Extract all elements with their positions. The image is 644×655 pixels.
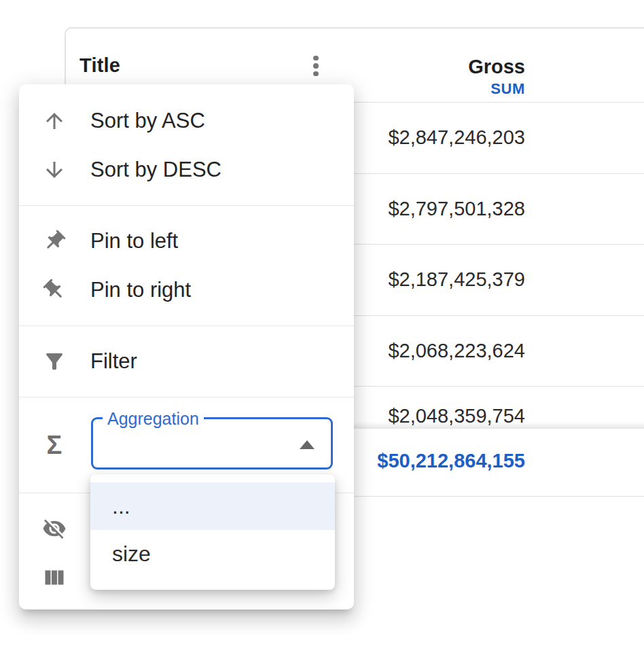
column-header-gross[interactable]: Gross SUM: [468, 29, 525, 103]
view-columns-icon: [42, 565, 67, 590]
column-title-label: Title: [79, 54, 120, 77]
column-menu-button[interactable]: [304, 54, 328, 78]
sigma-icon: Σ: [42, 433, 67, 457]
menu-item-label: Sort by DESC: [90, 158, 221, 182]
gross-cell[interactable]: $2,187,425,379: [388, 245, 525, 315]
aggregation-option-size[interactable]: size: [90, 530, 335, 578]
menu-item-filter[interactable]: Filter: [19, 337, 354, 386]
aggregation-option-none[interactable]: ...: [90, 482, 335, 530]
aggregation-dropdown: ... size: [90, 474, 335, 590]
gross-cell[interactable]: $2,847,246,203: [388, 103, 525, 173]
arrow-upward-icon: [42, 109, 67, 133]
arrow-downward-icon: [42, 158, 67, 182]
menu-item-sort-asc[interactable]: Sort by ASC: [19, 96, 354, 145]
menu-item-label: Pin to right: [90, 278, 191, 302]
gross-cell[interactable]: $2,068,223,624: [388, 316, 525, 387]
menu-item-pin-right[interactable]: Pin to right: [19, 266, 354, 315]
aggregation-select[interactable]: Aggregation: [91, 417, 333, 470]
menu-item-sort-desc[interactable]: Sort by DESC: [19, 145, 354, 194]
menu-divider: [19, 205, 354, 206]
aggregation-select-label: Aggregation: [103, 409, 204, 428]
filter-icon: [42, 349, 67, 374]
menu-item-pin-left[interactable]: Pin to left: [19, 217, 354, 266]
menu-item-label: Filter: [90, 349, 137, 374]
visibility-off-icon: [42, 516, 67, 541]
menu-item-label: Sort by ASC: [90, 109, 205, 133]
gross-total-cell: $50,212,864,155: [377, 429, 525, 496]
column-gross-label: Gross: [468, 56, 525, 78]
push-pin-right-icon: [37, 273, 72, 308]
menu-divider: [19, 325, 354, 326]
gross-cell[interactable]: $2,797,501,328: [388, 174, 525, 245]
more-vert-icon: [313, 56, 319, 61]
aggregation-badge: SUM: [490, 81, 525, 97]
dropdown-collapse-arrow-icon: [300, 440, 315, 449]
push-pin-left-icon: [37, 224, 72, 259]
menu-divider: [19, 397, 354, 397]
menu-item-label: Pin to left: [90, 229, 178, 253]
